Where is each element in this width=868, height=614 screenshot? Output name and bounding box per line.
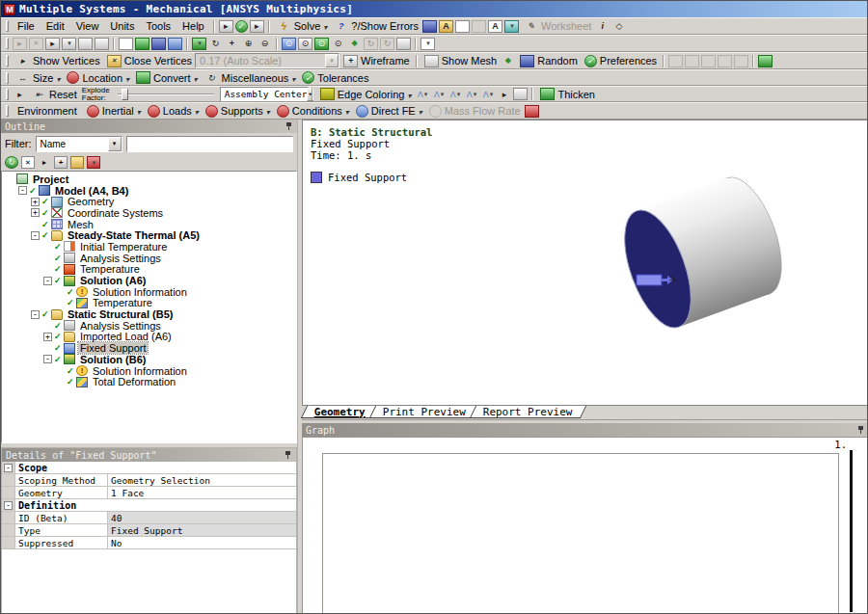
model-view-canvas[interactable]: B: Static Structural Fixed Support Time:… <box>302 120 868 406</box>
expand-all-icon[interactable] <box>54 156 68 169</box>
worksheet-button[interactable]: Worksheet <box>520 18 594 34</box>
edge-type-direct-icon[interactable] <box>415 88 429 100</box>
tolerances-button[interactable]: Tolerances <box>298 70 371 86</box>
menu-tools[interactable]: Tools <box>140 19 176 33</box>
slider-thumb[interactable] <box>122 89 128 100</box>
random-colors-button[interactable]: Random <box>516 53 581 68</box>
menu-file[interactable]: File <box>12 19 41 33</box>
time-slider-bar[interactable] <box>850 450 853 612</box>
solve-status-icon[interactable] <box>235 20 248 33</box>
toolbar-handle[interactable] <box>6 55 9 67</box>
show-mesh-button[interactable]: Show Mesh <box>420 53 500 68</box>
tree-item-coordinate-systems[interactable]: Coordinate Systems <box>2 207 296 219</box>
solve-button[interactable]: Solve <box>273 18 331 34</box>
tab-geometry[interactable]: Geometry <box>301 406 379 418</box>
menu-units[interactable]: Units <box>104 19 140 33</box>
tree-item-solution-a6[interactable]: Solution (A6) <box>2 275 296 286</box>
coordinates-pick-icon[interactable] <box>45 38 60 50</box>
tree-item-initial-temperature[interactable]: Initial Temperature <box>2 241 296 253</box>
tree-item-fixed-support[interactable]: Fixed Support <box>2 342 296 354</box>
toolbar-handle[interactable] <box>6 105 9 117</box>
remote-solve-icon[interactable] <box>250 20 264 33</box>
magnifier-icon[interactable] <box>331 38 345 50</box>
tabular-data-icon[interactable] <box>525 105 539 118</box>
select-body-icon[interactable] <box>168 38 182 50</box>
collapse-icon[interactable] <box>31 310 40 319</box>
label-select-icon[interactable] <box>29 38 43 50</box>
select-vertex-icon[interactable] <box>119 38 133 50</box>
zoom-in-icon[interactable] <box>241 38 256 50</box>
section-plane-icon-5[interactable] <box>734 55 748 67</box>
clear-filter-icon[interactable] <box>21 156 35 169</box>
fade-edges-icon[interactable] <box>513 88 528 100</box>
conditions-dropdown[interactable]: Conditions <box>273 103 352 119</box>
cursor-mode-dropdown-icon[interactable] <box>62 38 76 50</box>
tree-item-mesh[interactable]: Mesh <box>2 219 296 230</box>
zoom-to-fit-icon[interactable] <box>298 38 312 50</box>
assembly-center-combobox[interactable]: Assembly Center <box>220 87 309 102</box>
section-plane-icon-4[interactable] <box>718 55 732 67</box>
menu-help[interactable]: Help <box>176 19 210 33</box>
reset-button[interactable]: ⇤ Reset <box>28 87 80 102</box>
tree-item-model[interactable]: Model (A4, B4) <box>2 185 296 197</box>
tab-print-preview[interactable]: Print Preview <box>369 406 479 418</box>
menu-view[interactable]: View <box>70 19 105 33</box>
loads-dropdown[interactable]: Loads <box>144 103 202 119</box>
tree-item-project[interactable]: Project <box>2 174 296 185</box>
combo-dropdown-icon[interactable] <box>325 54 339 67</box>
section-plane-icon-2[interactable] <box>685 55 699 67</box>
background-dropdown-icon[interactable] <box>420 38 435 50</box>
convert-dropdown[interactable]: Convert <box>132 70 201 86</box>
edge-type-3-icon[interactable] <box>464 88 478 100</box>
viewports-icon[interactable] <box>396 38 411 50</box>
label-a-icon[interactable] <box>488 20 502 33</box>
expand-on-refresh-icon[interactable] <box>38 156 51 169</box>
tree-item-static-structural[interactable]: Static Structural (B5) <box>2 308 296 320</box>
filter-type-combobox[interactable]: Name <box>36 136 122 152</box>
comment-icon[interactable] <box>472 20 486 33</box>
details-row-suppressed[interactable]: Suppressed No <box>2 537 296 549</box>
iso-view-icon[interactable] <box>347 38 362 50</box>
box-select-icon[interactable] <box>95 38 109 50</box>
edge-type-1-icon[interactable] <box>431 88 446 100</box>
expand-icon[interactable] <box>31 198 40 206</box>
details-row-geometry[interactable]: Geometry 1 Face <box>2 487 296 499</box>
mass-flow-rate-button[interactable]: Mass Flow Rate <box>425 103 524 119</box>
section-plane-icon-3[interactable] <box>701 55 716 67</box>
graph-content[interactable]: 1. <box>302 437 868 614</box>
show-errors-button[interactable]: ?/Show Errors <box>330 18 421 34</box>
select-face-icon[interactable] <box>151 38 166 50</box>
tag-icon[interactable] <box>611 20 626 33</box>
explode-icon[interactable] <box>13 88 27 100</box>
combo-dropdown-icon[interactable] <box>108 137 122 151</box>
details-row-id-beta[interactable]: ID (Beta) 40 <box>2 512 296 524</box>
previous-view-icon[interactable] <box>364 38 378 50</box>
tree-item-solution-b6[interactable]: Solution (B6) <box>2 354 296 365</box>
filter-input[interactable] <box>126 136 294 152</box>
details-row-type[interactable]: Type Fixed Support <box>2 524 296 537</box>
thicken-button[interactable]: Thicken <box>536 87 598 102</box>
wireframe-button[interactable]: Wireframe <box>339 53 413 68</box>
edge-direction-icon[interactable] <box>497 88 511 100</box>
size-dropdown[interactable]: ↔ Size <box>12 70 63 86</box>
collapse-icon[interactable] <box>43 355 52 363</box>
rotate-icon[interactable] <box>208 38 223 50</box>
graph-plot-area[interactable] <box>322 453 839 614</box>
sort-icon[interactable] <box>87 156 100 169</box>
image-export-dropdown-icon[interactable] <box>504 20 519 33</box>
magnifier-in-icon[interactable] <box>314 38 329 50</box>
console-icon[interactable] <box>219 20 233 33</box>
close-vertices-button[interactable]: Close Vertices <box>103 53 195 68</box>
show-suppressed-icon[interactable] <box>70 156 84 169</box>
pin-icon[interactable] <box>856 425 865 435</box>
supports-dropdown[interactable]: Supports <box>202 103 273 119</box>
direct-fe-dropdown[interactable]: Direct FE <box>352 103 425 119</box>
explode-factor-slider[interactable] <box>118 88 214 101</box>
details-section-scope[interactable]: Scope <box>2 462 296 474</box>
next-view-icon[interactable] <box>380 38 394 50</box>
tree-item-imported-load[interactable]: Imported Load (A6) <box>2 332 296 343</box>
select-edge-icon[interactable] <box>135 38 149 50</box>
tab-report-preview[interactable]: Report Preview <box>470 406 586 418</box>
miscellaneous-dropdown[interactable]: Miscellaneous <box>201 70 299 86</box>
tree-item-total-deformation[interactable]: Total Deformation <box>2 376 296 387</box>
